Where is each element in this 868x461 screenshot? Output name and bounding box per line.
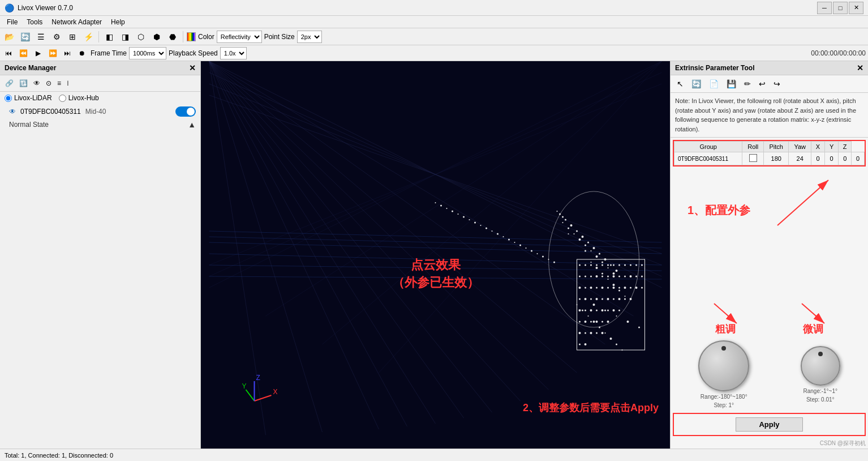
fine-knob[interactable] <box>801 346 840 386</box>
panel-title: Device Manager <box>5 64 56 72</box>
pb-next[interactable]: ⏩ <box>46 47 59 59</box>
r-tb-edit[interactable]: ✏ <box>741 78 754 90</box>
device-id: 0T9DFBC00405311 <box>20 108 81 116</box>
svg-point-145 <box>440 205 442 207</box>
svg-point-77 <box>579 264 581 266</box>
pb-next-end[interactable]: ⏭ <box>61 47 74 59</box>
svg-text:X: X <box>273 388 278 396</box>
menu-help[interactable]: Help <box>106 17 130 27</box>
svg-point-59 <box>613 284 615 286</box>
r-tb-undo[interactable]: ↩ <box>756 78 768 90</box>
coarse-step: Step: 1° <box>714 402 734 408</box>
panel-tb-link[interactable]: 🔗 <box>3 78 15 89</box>
svg-point-134 <box>596 321 598 323</box>
toolbar-btn-3d-2[interactable]: ◨ <box>118 30 132 44</box>
toolbar-btn-3d-3[interactable]: ⬡ <box>134 30 148 44</box>
svg-point-39 <box>610 264 612 266</box>
device-toggle[interactable] <box>175 106 196 117</box>
panel-tb-list[interactable]: ⁞ <box>65 78 71 89</box>
panel-tb-refresh[interactable]: 🔃 <box>18 78 29 89</box>
svg-point-98 <box>630 275 632 278</box>
radio-hub[interactable]: Livox-Hub <box>59 94 99 102</box>
svg-point-33 <box>576 231 578 232</box>
pb-record[interactable]: ⏺ <box>76 47 88 59</box>
svg-line-9 <box>209 61 436 424</box>
panel-tb-align[interactable]: ≡ <box>55 78 63 89</box>
svg-point-112 <box>641 287 643 289</box>
pb-prev[interactable]: ⏪ <box>17 47 29 59</box>
apply-button[interactable]: Apply <box>736 417 802 432</box>
svg-point-164 <box>548 259 549 260</box>
panel-close-btn[interactable]: ✕ <box>189 63 196 72</box>
close-button[interactable]: ✕ <box>849 2 863 14</box>
svg-line-20 <box>379 61 662 373</box>
svg-point-32 <box>570 224 573 227</box>
toolbar-btn-3d-1[interactable]: ◧ <box>102 30 116 44</box>
toolbar-btn-2[interactable]: 🔄 <box>18 30 32 44</box>
panel-tb-eye[interactable]: 👁 <box>32 78 42 89</box>
svg-point-129 <box>613 309 615 311</box>
cell-x[interactable]: 0 <box>825 152 839 165</box>
r-tb-arrow[interactable]: ↖ <box>674 78 686 90</box>
toolbar-btn-3d-4[interactable]: ⬢ <box>150 30 164 44</box>
svg-point-127 <box>601 309 604 311</box>
device-state-text: Normal State <box>9 121 49 129</box>
svg-line-16 <box>209 95 662 254</box>
right-panel-close-btn[interactable]: ✕ <box>857 63 863 72</box>
svg-point-156 <box>503 236 504 237</box>
coarse-knob[interactable] <box>698 340 749 391</box>
3d-view[interactable]: X Y Z 点云效果 （外参已生效） 2、调整参数后需要点击Apply <box>201 61 670 449</box>
radio-lidar[interactable]: Livox-LiDAR <box>5 94 52 102</box>
svg-line-8 <box>209 61 464 418</box>
cell-roll[interactable]: 180 <box>764 152 789 165</box>
svg-rect-0 <box>209 61 662 449</box>
cell-y[interactable]: 0 <box>839 152 852 165</box>
r-tb-file-open[interactable]: 📄 <box>706 78 721 90</box>
toolbar-btn-settings[interactable]: ⚙ <box>50 30 63 44</box>
pb-prev-start[interactable]: ⏮ <box>2 47 15 59</box>
frame-time-select[interactable]: 500ms 1000ms 2000ms <box>129 47 166 59</box>
svg-point-123 <box>579 309 581 311</box>
color-select[interactable]: Reflectivity RGB Intensity <box>217 31 262 43</box>
collapse-btn[interactable]: ▲ <box>188 120 196 129</box>
playback-speed-select[interactable]: 0.5x 1.0x 2.0x <box>220 47 247 59</box>
svg-point-38 <box>604 258 607 261</box>
r-tb-redo[interactable]: ↪ <box>771 78 783 90</box>
panel-tb-camera[interactable]: ⊙ <box>44 78 53 89</box>
cell-z[interactable]: 0 <box>852 152 865 165</box>
svg-point-43 <box>574 233 575 234</box>
svg-point-150 <box>469 219 470 220</box>
group-checkbox[interactable] <box>749 154 757 162</box>
svg-line-14 <box>209 72 662 276</box>
r-tb-save[interactable]: 💾 <box>724 78 739 90</box>
svg-point-107 <box>613 287 615 289</box>
coarse-knob-container: Range:-180°~180° Step: 1° <box>698 340 749 408</box>
svg-point-152 <box>480 225 482 226</box>
svg-line-22 <box>209 84 662 265</box>
toolbar-btn-filter[interactable]: ⚡ <box>81 30 95 44</box>
svg-point-51 <box>557 211 558 212</box>
cell-pitch[interactable]: 24 <box>789 152 811 165</box>
pb-play[interactable]: ▶ <box>32 47 44 59</box>
toolbar-btn-list[interactable]: ☰ <box>34 30 48 44</box>
overlay-text-apply: 2、调整参数后需要点击Apply <box>523 401 659 415</box>
svg-point-114 <box>585 298 587 300</box>
svg-point-131 <box>579 321 581 323</box>
toolbar-btn-1[interactable]: 📂 <box>2 30 16 44</box>
menu-network-adapter[interactable]: Network Adapter <box>47 17 106 27</box>
cell-yaw[interactable]: 0 <box>811 152 825 165</box>
menu-tools[interactable]: Tools <box>22 17 47 27</box>
point-size-select[interactable]: 1px 2px 3px 4px <box>297 31 322 43</box>
toolbar-separator-1 <box>98 31 99 42</box>
frame-time-label: Frame Time <box>91 49 127 57</box>
r-tb-refresh[interactable]: 🔄 <box>689 78 704 90</box>
minimize-button[interactable]: ─ <box>817 2 832 14</box>
arrow-svg-1 <box>744 169 857 237</box>
svg-point-135 <box>601 321 603 323</box>
menu-file[interactable]: File <box>2 17 22 27</box>
toolbar-btn-3d-5[interactable]: ⬣ <box>166 30 179 44</box>
maximize-button[interactable]: □ <box>833 2 848 14</box>
svg-point-40 <box>616 270 618 272</box>
coarse-knob-dot <box>721 346 726 351</box>
toolbar-btn-grid[interactable]: ⊞ <box>66 30 79 44</box>
